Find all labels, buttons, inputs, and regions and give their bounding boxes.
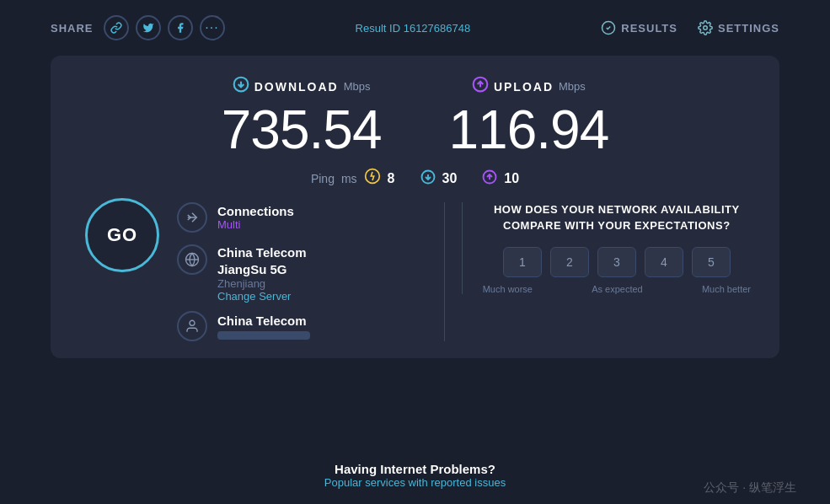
jitter-ul-value: 10 (504, 171, 519, 186)
connections-icon (177, 202, 207, 233)
server-row: China Telecom JiangSu 5G Zhenjiang Chang… (177, 244, 427, 303)
divider (444, 202, 445, 341)
rating-btn-1[interactable]: 1 (503, 247, 542, 277)
ping-block: Ping ms 8 (311, 168, 395, 189)
facebook-share-button[interactable] (168, 15, 193, 40)
footer: Having Internet Problems? Popular servic… (324, 462, 506, 489)
speeds-row: DOWNLOAD Mbps 735.54 UPLOAD Mbps 116.94 (76, 76, 754, 159)
rating-labels: Much worse As expected Much better (479, 284, 754, 294)
share-section: SHARE ··· (51, 15, 225, 40)
survey-section: HOW DOES YOUR NETWORK AVAILABILITY COMPA… (462, 202, 754, 293)
survey-question: HOW DOES YOUR NETWORK AVAILABILITY COMPA… (479, 202, 754, 233)
upload-arrow-icon (472, 76, 489, 97)
user-row: China Telecom (177, 311, 427, 341)
download-value: 735.54 (222, 100, 382, 159)
rating-btn-3[interactable]: 3 (597, 247, 636, 277)
upload-label: UPLOAD (494, 80, 554, 94)
nav-section: RESULTS SETTINGS (601, 20, 779, 35)
footer-main-text: Having Internet Problems? (324, 462, 506, 476)
globe-icon (177, 244, 207, 275)
go-button-wrapper: GO (76, 198, 169, 272)
rating-btn-2[interactable]: 2 (550, 247, 589, 277)
download-block: DOWNLOAD Mbps 735.54 (222, 76, 382, 159)
user-id-bar (217, 331, 310, 340)
upload-value: 116.94 (449, 100, 609, 159)
ping-row: Ping ms 8 30 (76, 168, 754, 189)
server-location: Zhenjiang (217, 277, 307, 290)
go-button[interactable]: GO (85, 198, 159, 272)
bottom-row: GO Connections Multi (76, 202, 754, 341)
rating-row: 1 2 3 4 5 (479, 247, 754, 277)
watermark: 公众号 · 纵笔浮生 (704, 480, 796, 496)
svg-point-1 (704, 26, 708, 30)
download-unit: Mbps (344, 80, 371, 93)
jitter-dl-block: 30 (420, 169, 458, 188)
svg-point-16 (190, 321, 195, 326)
user-name: China Telecom (217, 314, 310, 328)
connections-row: Connections Multi (177, 202, 427, 233)
result-id: Result ID 16127686748 (356, 22, 471, 35)
jitter-dl-value: 30 (442, 171, 458, 186)
header: SHARE ··· Result ID 16127686748 (0, 0, 830, 56)
rating-label-better: Much better (702, 284, 751, 294)
ping-unit: ms (341, 172, 357, 185)
link-share-button[interactable] (104, 15, 129, 40)
connections-label: Connections (217, 204, 294, 218)
rating-btn-5[interactable]: 5 (692, 247, 731, 277)
settings-button[interactable]: SETTINGS (698, 20, 779, 35)
download-arrow-icon (233, 76, 249, 97)
ping-icon (364, 168, 381, 189)
rating-label-expected: As expected (592, 284, 643, 294)
user-icon (177, 311, 207, 341)
jitter-ul-block: 10 (482, 169, 519, 188)
connections-value: Multi (217, 218, 294, 231)
share-label: SHARE (51, 22, 94, 35)
server-name: China Telecom JiangSu 5G (217, 244, 307, 277)
twitter-share-button[interactable] (136, 15, 161, 40)
main-card: DOWNLOAD Mbps 735.54 UPLOAD Mbps 116.94 (51, 56, 779, 358)
server-info: Connections Multi China Telecom JiangSu … (169, 202, 427, 341)
more-share-button[interactable]: ··· (200, 15, 225, 40)
upload-block: UPLOAD Mbps 116.94 (449, 76, 609, 159)
rating-label-worse: Much worse (483, 284, 533, 294)
change-server-link[interactable]: Change Server (217, 290, 307, 303)
upload-unit: Mbps (559, 80, 586, 93)
jitter-ul-icon (482, 169, 497, 188)
ping-value: 8 (388, 171, 395, 186)
results-button[interactable]: RESULTS (601, 20, 677, 35)
rating-btn-4[interactable]: 4 (645, 247, 683, 277)
download-label: DOWNLOAD (254, 80, 339, 94)
ping-label: Ping (311, 172, 335, 185)
footer-sub-text[interactable]: Popular services with reported issues (324, 476, 506, 489)
jitter-dl-icon (420, 169, 436, 188)
